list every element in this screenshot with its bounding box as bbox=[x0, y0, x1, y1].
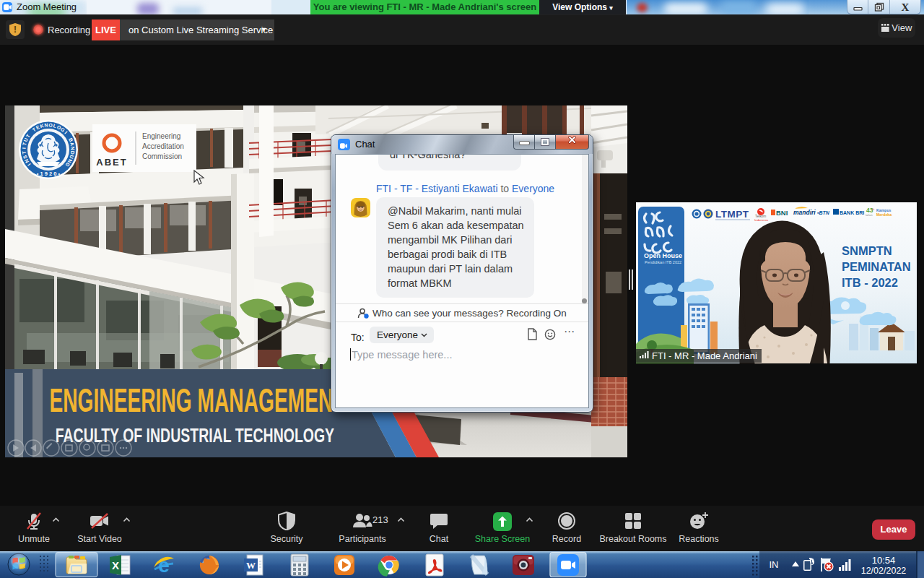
svg-text:Engineering: Engineering bbox=[142, 132, 180, 140]
svg-text:• 1 9 2 0 •: • 1 9 2 0 • bbox=[37, 171, 61, 177]
svg-text:Open House: Open House bbox=[644, 252, 682, 259]
svg-text:Commission: Commission bbox=[142, 152, 182, 160]
svg-text:Indonesia: Indonesia bbox=[754, 218, 769, 222]
svg-text:▪BTN: ▪BTN bbox=[817, 210, 830, 215]
svg-text:PEMINATAN: PEMINATAN bbox=[842, 260, 911, 273]
svg-text:Merdeka: Merdeka bbox=[876, 212, 892, 217]
svg-text:W: W bbox=[246, 560, 256, 571]
svg-text:N: N bbox=[44, 122, 48, 127]
svg-text:ENGINEERING MANAGEMENT: ENGINEERING MANAGEMENT bbox=[50, 381, 346, 418]
svg-text:ABET: ABET bbox=[96, 157, 127, 168]
svg-text:IN: IN bbox=[770, 559, 779, 570]
svg-text:BANK BRI: BANK BRI bbox=[840, 210, 864, 215]
svg-text:12/02/2022: 12/02/2022 bbox=[861, 566, 907, 576]
svg-text:X: X bbox=[112, 559, 119, 571]
svg-text:BNI: BNI bbox=[776, 209, 788, 217]
svg-text:SNMPTN: SNMPTN bbox=[842, 244, 892, 257]
svg-text:O: O bbox=[48, 122, 53, 127]
svg-text:LTMPT: LTMPT bbox=[715, 209, 749, 220]
svg-text:N: N bbox=[70, 147, 75, 150]
svg-text:th: th bbox=[872, 207, 874, 211]
svg-text:tahun: tahun bbox=[866, 214, 873, 217]
svg-text:Pendidikan ITB 2022: Pendidikan ITB 2022 bbox=[645, 260, 681, 264]
svg-text:!: ! bbox=[14, 25, 17, 35]
svg-text:10:54: 10:54 bbox=[872, 555, 896, 566]
svg-text:ITB - 2022: ITB - 2022 bbox=[842, 276, 898, 289]
svg-text:FACULTY OF INDUSTRIAL TECHNOLO: FACULTY OF INDUSTRIAL TECHNOLOGY bbox=[56, 424, 334, 446]
svg-text:mandiri: mandiri bbox=[793, 209, 816, 216]
svg-text:X: X bbox=[902, 2, 910, 12]
svg-text:Accreditation: Accreditation bbox=[142, 142, 184, 150]
